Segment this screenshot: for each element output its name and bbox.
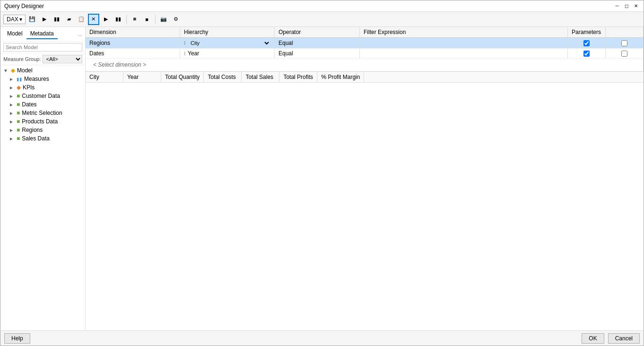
toolbar-btn-10[interactable]: ■ <box>141 14 153 25</box>
expand-icon: ► <box>9 77 15 82</box>
dax-label: DAX <box>7 16 18 23</box>
tree-item-customer-data[interactable]: ► ■ Customer Data <box>0 92 85 100</box>
tree-item-products-data[interactable]: ► ■ Products Data <box>0 117 85 126</box>
toolbar-btn-1[interactable]: 💾 <box>26 14 38 25</box>
expand-icon: ▼ <box>3 68 9 73</box>
title-bar-controls: ─ ◻ ✕ <box>613 2 640 10</box>
cell-filter-expr-dates[interactable] <box>360 49 568 58</box>
filter-row-select-dimension: < Select dimension > <box>86 59 644 71</box>
cell-param1-dates[interactable] <box>568 49 606 58</box>
cell-param2-dates[interactable] <box>606 49 644 58</box>
param2-checkbox-regions[interactable] <box>621 40 627 46</box>
col-header-total-sales: Total Sales <box>242 72 279 82</box>
col-header-profit-margin: % Profit Margin <box>317 72 364 82</box>
expand-icon: ► <box>9 128 15 133</box>
cell-param2-regions[interactable] <box>606 38 644 48</box>
sales-data-icon: ■ <box>17 135 20 142</box>
select-dimension-label: < Select dimension > <box>89 60 150 69</box>
cell-param1-regions[interactable] <box>568 38 606 48</box>
col-header-total-costs: Total Costs <box>204 72 242 82</box>
regions-icon: ■ <box>17 127 20 133</box>
products-data-icon: ■ <box>17 118 20 125</box>
cell-hierarchy-year[interactable]: ⁝ Year <box>180 49 275 58</box>
model-icon: ◆ <box>11 67 15 74</box>
col-header-year: Year <box>123 72 161 82</box>
toolbar-btn-12[interactable]: ⚙ <box>170 14 182 25</box>
dates-dimension-label: Dates <box>89 50 104 57</box>
query-designer-window: Query Designer ─ ◻ ✕ DAX ▾ 💾 ▶ ▮▮ ▰ 📋 ✕ … <box>0 0 644 346</box>
measure-group-select[interactable]: <All> <box>43 55 82 63</box>
operator-equal-regions: Equal <box>278 40 293 46</box>
dates-icon: ■ <box>17 101 20 108</box>
toolbar-btn-2[interactable]: ▶ <box>39 14 50 25</box>
toolbar-btn-8[interactable]: ▮▮ <box>113 14 124 25</box>
header-operator: Operator <box>275 27 360 37</box>
tree-item-model[interactable]: ▼ ◆ Model <box>0 66 85 75</box>
customer-data-icon: ■ <box>17 93 20 99</box>
cell-dimension-regions: Regions <box>86 38 180 48</box>
title-bar-left: Query Designer <box>4 3 44 9</box>
filter-row-dates: Dates ⁝ Year Equal <box>86 49 644 59</box>
toolbar-separator-2 <box>155 15 156 24</box>
regions-dimension-label: Regions <box>89 40 110 46</box>
expand-icon: ► <box>9 136 15 141</box>
param2-checkbox-dates[interactable] <box>621 51 627 57</box>
param1-checkbox-regions[interactable] <box>583 40 590 46</box>
cell-hierarchy-city[interactable]: ⁝ City <box>180 38 275 48</box>
execute-area: Click to execute the query. <box>86 83 644 330</box>
col-header-city: City <box>86 72 123 82</box>
tab-model[interactable]: Model <box>3 29 26 39</box>
metric-selection-icon: ■ <box>17 110 20 116</box>
expand-icon: ► <box>9 119 15 124</box>
restore-button[interactable]: ◻ <box>623 2 630 10</box>
expand-icon: ► <box>9 102 15 107</box>
left-panel: Model Metadata … Measure Group: <All> <box>0 27 86 330</box>
toolbar-btn-5[interactable]: 📋 <box>76 14 87 25</box>
window-title: Query Designer <box>4 3 44 9</box>
dax-button[interactable]: DAX ▾ <box>3 15 26 24</box>
toolbar-btn-4[interactable]: ▰ <box>63 14 75 25</box>
hierarchy-grid-icon-2: ⁝ <box>184 51 186 57</box>
dax-dropdown-icon: ▾ <box>19 16 22 23</box>
year-hierarchy-label: Year <box>188 50 199 57</box>
tree-item-dates[interactable]: ► ■ Dates <box>0 100 85 109</box>
minimize-button[interactable]: ─ <box>613 2 621 10</box>
bottom-left: Help <box>4 333 30 344</box>
tree-item-kpis[interactable]: ► ◆ KPIs <box>0 83 85 92</box>
measure-group-label: Measure Group: <box>3 56 41 62</box>
toolbar-btn-7[interactable]: ▶ <box>100 14 112 25</box>
bottom-bar: Help OK Cancel <box>0 330 644 346</box>
header-parameters-2 <box>606 27 644 37</box>
col-header-total-profits: Total Profits <box>279 72 317 82</box>
results-area: City Year Total Quantity Total Costs Tot… <box>86 72 644 330</box>
left-panel-header: Model Metadata … <box>0 27 85 42</box>
city-hierarchy-select[interactable]: City <box>188 39 270 47</box>
toolbar-btn-11[interactable]: 📷 <box>158 14 169 25</box>
toolbar-btn-3[interactable]: ▮▮ <box>51 14 62 25</box>
tree-item-regions[interactable]: ► ■ Regions <box>0 126 85 134</box>
close-button[interactable]: ✕ <box>632 2 640 10</box>
ok-button[interactable]: OK <box>582 333 604 344</box>
cell-select-dimension[interactable]: < Select dimension > <box>86 59 644 71</box>
tab-metadata[interactable]: Metadata <box>26 29 58 39</box>
tree-item-measures[interactable]: ► ▮▮ Measures <box>0 75 85 83</box>
filter-table: Dimension Hierarchy Operator Filter Expr… <box>86 27 644 72</box>
cell-filter-expr-regions[interactable] <box>360 38 568 48</box>
bottom-right: OK Cancel <box>582 333 640 344</box>
param1-checkbox-dates[interactable] <box>583 51 590 57</box>
search-input[interactable] <box>3 43 82 52</box>
cancel-button[interactable]: Cancel <box>608 333 640 344</box>
toolbar-btn-9[interactable]: ◾ <box>129 14 140 25</box>
toolbar-btn-cancel[interactable]: ✕ <box>88 14 99 25</box>
tree-view: ▼ ◆ Model ► ▮▮ Measures ► ◆ KPIs <box>0 65 85 330</box>
measures-icon: ▮▮ <box>17 77 22 82</box>
tree-item-metric-selection[interactable]: ► ■ Metric Selection <box>0 109 85 117</box>
expand-icon: ► <box>9 85 15 90</box>
header-dimension: Dimension <box>86 27 180 37</box>
help-button[interactable]: Help <box>4 333 30 344</box>
expand-panel-icon[interactable]: … <box>78 32 82 37</box>
tree-item-sales-data[interactable]: ► ■ Sales Data <box>0 134 85 143</box>
toolbar-separator <box>126 15 127 24</box>
header-hierarchy: Hierarchy <box>180 27 275 37</box>
results-header: City Year Total Quantity Total Costs Tot… <box>86 72 644 83</box>
